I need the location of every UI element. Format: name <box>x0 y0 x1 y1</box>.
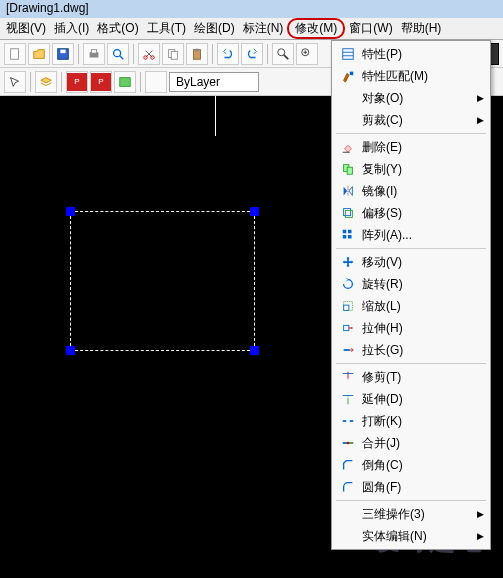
layers-icon[interactable] <box>35 71 57 93</box>
menu-item[interactable]: 偏移(S) <box>332 202 490 224</box>
menu-item[interactable]: 阵列(A)... <box>332 224 490 246</box>
menu-item[interactable]: 复制(Y) <box>332 158 490 180</box>
menu-item-7[interactable]: 窗口(W) <box>345 18 396 39</box>
menu-item-1[interactable]: 插入(I) <box>50 18 93 39</box>
svg-line-14 <box>284 54 288 58</box>
menu-separator <box>336 133 486 134</box>
zoom-icon[interactable] <box>272 43 294 65</box>
paste-icon[interactable] <box>186 43 208 65</box>
submenu-arrow-icon: ▶ <box>477 509 484 519</box>
join-icon <box>338 434 358 452</box>
separator <box>212 44 213 64</box>
preview-icon[interactable] <box>107 43 129 65</box>
menu-item-6[interactable]: 修改(M) <box>287 18 345 39</box>
menu-item-3[interactable]: 工具(T) <box>143 18 190 39</box>
cut-icon[interactable] <box>138 43 160 65</box>
zoom-window-icon[interactable] <box>296 43 318 65</box>
copy-icon[interactable] <box>162 43 184 65</box>
svg-rect-28 <box>345 210 352 217</box>
menu-item-8[interactable]: 帮助(H) <box>397 18 446 39</box>
blank-button[interactable] <box>145 71 167 93</box>
redo-icon[interactable] <box>241 43 263 65</box>
submenu-arrow-icon: ▶ <box>477 115 484 125</box>
menu-item-label: 移动(V) <box>362 254 484 271</box>
blank-icon <box>338 111 358 129</box>
grip-handle[interactable] <box>66 346 75 355</box>
svg-rect-29 <box>343 230 347 234</box>
menu-item-label: 特性匹配(M) <box>362 68 484 85</box>
menu-item[interactable]: 对象(O)▶ <box>332 87 490 109</box>
menu-item[interactable]: 合并(J) <box>332 432 490 454</box>
menu-item[interactable]: 延伸(D) <box>332 388 490 410</box>
match-icon <box>338 67 358 85</box>
menu-item-label: 圆角(F) <box>362 479 484 496</box>
svg-point-13 <box>278 48 285 55</box>
layer-label: ByLayer <box>176 75 220 89</box>
menu-item-label: 剪裁(C) <box>362 112 477 129</box>
blank-icon <box>338 505 358 523</box>
menu-item[interactable]: 旋转(R) <box>332 273 490 295</box>
menu-item[interactable]: 移动(V) <box>332 251 490 273</box>
pdf-export-icon[interactable]: P <box>90 71 112 93</box>
svg-rect-33 <box>344 305 349 310</box>
svg-rect-2 <box>60 49 65 53</box>
separator <box>140 72 141 92</box>
open-icon[interactable] <box>28 43 50 65</box>
svg-rect-0 <box>11 48 19 59</box>
svg-point-47 <box>347 442 350 445</box>
new-icon[interactable] <box>4 43 26 65</box>
menu-item[interactable]: 删除(E) <box>332 136 490 158</box>
save-icon[interactable] <box>52 43 74 65</box>
menu-item-5[interactable]: 标注(N) <box>239 18 288 39</box>
menu-separator <box>336 248 486 249</box>
menu-item[interactable]: 三维操作(3)▶ <box>332 503 490 525</box>
menu-item[interactable]: 镜像(I) <box>332 180 490 202</box>
menu-item[interactable]: 圆角(F) <box>332 476 490 498</box>
svg-rect-25 <box>347 167 352 174</box>
layer-selector[interactable]: ByLayer <box>169 72 259 92</box>
menu-item-label: 三维操作(3) <box>362 506 477 523</box>
svg-rect-22 <box>350 72 354 76</box>
separator <box>78 44 79 64</box>
array-icon <box>338 226 358 244</box>
print-icon[interactable] <box>83 43 105 65</box>
selected-rectangle[interactable] <box>70 211 255 351</box>
grip-handle[interactable] <box>250 207 259 216</box>
separator <box>30 72 31 92</box>
grip-handle[interactable] <box>250 346 259 355</box>
menu-item[interactable]: 拉长(G) <box>332 339 490 361</box>
move-icon <box>338 253 358 271</box>
grip-handle[interactable] <box>66 207 75 216</box>
menu-item-4[interactable]: 绘图(D) <box>190 18 239 39</box>
menu-item-2[interactable]: 格式(O) <box>93 18 142 39</box>
crosshair-line <box>215 96 216 136</box>
menu-item[interactable]: 特性(P) <box>332 43 490 65</box>
menu-item-label: 缩放(L) <box>362 298 484 315</box>
menu-item-label: 倒角(C) <box>362 457 484 474</box>
mirror-icon <box>338 182 358 200</box>
menu-item-label: 延伸(D) <box>362 391 484 408</box>
undo-icon[interactable] <box>217 43 239 65</box>
menu-item[interactable]: 打断(K) <box>332 410 490 432</box>
menu-item-label: 对象(O) <box>362 90 477 107</box>
menu-item[interactable]: 缩放(L) <box>332 295 490 317</box>
svg-rect-34 <box>344 302 353 311</box>
menu-item[interactable]: 倒角(C) <box>332 454 490 476</box>
menu-item[interactable]: 实体编辑(N)▶ <box>332 525 490 547</box>
pick-icon[interactable] <box>4 71 26 93</box>
svg-rect-18 <box>120 77 131 86</box>
svg-rect-35 <box>344 325 349 330</box>
properties-icon <box>338 45 358 63</box>
menu-item-0[interactable]: 视图(V) <box>2 18 50 39</box>
pdf-icon[interactable]: P <box>66 71 88 93</box>
separator <box>133 44 134 64</box>
image-icon[interactable] <box>114 71 136 93</box>
lengthen-icon <box>338 341 358 359</box>
menu-item[interactable]: 剪裁(C)▶ <box>332 109 490 131</box>
title-text: [Drawing1.dwg] <box>6 1 89 15</box>
svg-rect-31 <box>343 235 347 239</box>
menu-item[interactable]: 修剪(T) <box>332 366 490 388</box>
menu-item[interactable]: 特性匹配(M) <box>332 65 490 87</box>
menu-item[interactable]: 拉伸(H) <box>332 317 490 339</box>
menu-item-label: 修剪(T) <box>362 369 484 386</box>
